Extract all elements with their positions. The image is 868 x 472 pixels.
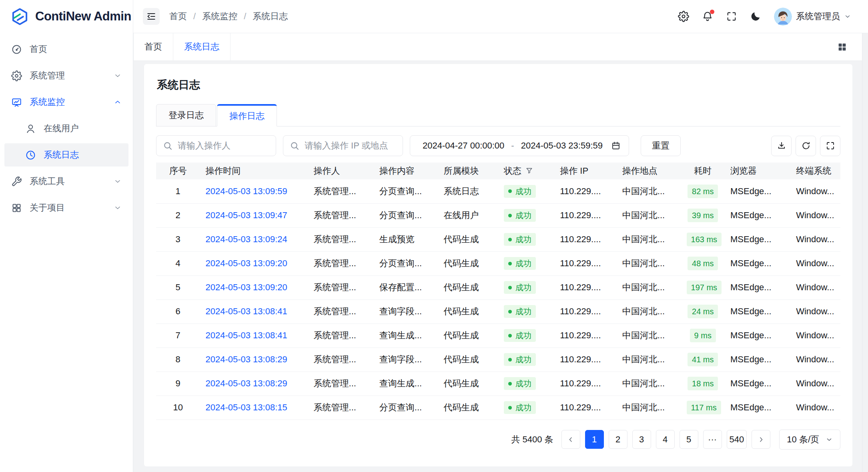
status-dot-icon (508, 214, 512, 217)
page-button-3[interactable]: 3 (632, 430, 651, 449)
table-toolbar-actions (771, 136, 840, 156)
refresh-button[interactable] (796, 136, 816, 156)
grid-icon (11, 203, 22, 213)
export-button[interactable] (771, 136, 792, 156)
dark-mode-icon[interactable] (750, 11, 761, 22)
cell-os: Window... (790, 323, 840, 347)
scrollbar[interactable] (862, 33, 868, 472)
next-page-button[interactable] (752, 430, 770, 449)
page-button-1[interactable]: 1 (585, 430, 604, 449)
cell-operator: 系统管理... (308, 227, 374, 251)
status-badge: 成功 (504, 209, 536, 222)
filter-icon[interactable] (525, 167, 533, 175)
cell-module: 系统日志 (438, 179, 498, 203)
cell-ip: 110.229.... (554, 396, 617, 420)
duration-badge: 24 ms (688, 305, 718, 318)
duration-badge: 39 ms (688, 209, 718, 222)
sidebar-item-label: 系统日志 (44, 149, 122, 161)
time-link[interactable]: 2024-05-03 13:09:24 (205, 234, 287, 244)
sidebar-item-system-monitor[interactable]: 系统监控 (4, 90, 128, 114)
cell-time: 2024-05-03 13:08:41 (200, 323, 308, 347)
status-dot-icon (508, 238, 512, 241)
sidebar-item-label: 系统监控 (30, 96, 114, 108)
cell-status: 成功 (498, 203, 554, 227)
sidebar-item-label: 在线用户 (44, 123, 122, 135)
column-header: 操作时间 (200, 163, 308, 179)
cell-content: 查询字段... (374, 299, 438, 323)
cell-os: Window... (790, 203, 840, 227)
cell-time: 2024-05-03 13:09:59 (200, 179, 308, 203)
content-area: 系统日志 登录日志 操作日志 (133, 61, 868, 472)
prev-page-button[interactable] (561, 430, 580, 449)
cell-duration: 163 ms (681, 227, 725, 251)
operator-search-input[interactable] (178, 141, 269, 151)
tab-login-logs[interactable]: 登录日志 (156, 104, 216, 127)
ip-search-input[interactable] (305, 141, 396, 151)
time-link[interactable]: 2024-05-03 13:09:20 (205, 258, 287, 268)
time-link[interactable]: 2024-05-03 13:09:59 (205, 186, 287, 196)
page-ellipsis-button[interactable]: ··· (703, 430, 722, 449)
cell-content: 分页查询... (374, 179, 438, 203)
time-link[interactable]: 2024-05-03 13:08:41 (205, 306, 287, 316)
cell-os: Window... (790, 299, 840, 323)
time-link[interactable]: 2024-05-03 13:08:41 (205, 330, 287, 340)
cell-duration: 24 ms (681, 299, 725, 323)
sidebar-item-online-users[interactable]: 在线用户 (4, 117, 128, 140)
cell-operator: 系统管理... (308, 323, 374, 347)
user-icon (25, 123, 36, 134)
page-button-540[interactable]: 540 (727, 430, 747, 449)
cell-content: 查询字段... (374, 347, 438, 372)
cell-duration: 41 ms (681, 347, 725, 372)
log-card: 系统日志 登录日志 操作日志 (144, 64, 852, 466)
status-dot-icon (508, 406, 512, 410)
sidebar-item-system-tools[interactable]: 系统工具 (4, 170, 128, 193)
page-tab-home[interactable]: 首页 (133, 33, 173, 60)
sidebar-item-system-logs[interactable]: 系统日志 (4, 143, 128, 167)
log-table: 序号操作时间操作人操作内容所属模块状态操作 IP操作地点耗时浏览器终端系统 12… (156, 163, 840, 420)
breadcrumb-item[interactable]: 首页 (169, 10, 187, 22)
cell-module: 代码生成 (438, 251, 498, 275)
expand-button[interactable] (820, 136, 840, 156)
page-size-select[interactable]: 10 条/页 (779, 430, 840, 450)
cell-index: 5 (156, 275, 200, 299)
time-link[interactable]: 2024-05-03 13:09:47 (205, 210, 287, 220)
ip-search-box (283, 135, 403, 156)
cell-status: 成功 (498, 372, 554, 396)
settings-icon[interactable] (678, 11, 689, 22)
time-link[interactable]: 2024-05-03 13:09:20 (205, 282, 287, 292)
page-button-4[interactable]: 4 (656, 430, 675, 449)
hexagon-logo-icon (10, 7, 29, 26)
cell-location: 中国河北... (617, 251, 681, 275)
reset-button[interactable]: 重置 (641, 135, 681, 156)
logo[interactable]: ContiNew Admin (0, 0, 133, 33)
notifications-icon[interactable] (702, 11, 713, 22)
duration-badge: 18 ms (688, 377, 718, 390)
page-button-5[interactable]: 5 (680, 430, 698, 449)
table-row: 92024-05-03 13:08:29系统管理...查询生成...代码生成成功… (156, 372, 840, 396)
date-range-picker[interactable]: 2024-04-27 00:00:00 - 2024-05-03 23:59:5… (410, 135, 629, 156)
time-link[interactable]: 2024-05-03 13:08:15 (205, 402, 287, 412)
cell-module: 代码生成 (438, 227, 498, 251)
time-link[interactable]: 2024-05-03 13:08:29 (205, 378, 287, 388)
tab-operation-logs[interactable]: 操作日志 (217, 104, 277, 127)
cell-status: 成功 (498, 179, 554, 203)
cell-operator: 系统管理... (308, 275, 374, 299)
sidebar-collapse-button[interactable] (143, 8, 160, 25)
sidebar-item-about-project[interactable]: 关于项目 (4, 196, 128, 219)
sidebar-item-system-mgmt[interactable]: 系统管理 (4, 64, 128, 87)
tab-layout-grid-icon[interactable] (837, 42, 847, 52)
sidebar-item-home[interactable]: 首页 (4, 38, 128, 61)
user-menu[interactable]: 系统管理员 (774, 8, 851, 26)
page-button-2[interactable]: 2 (609, 430, 627, 449)
breadcrumb-item[interactable]: 系统监控 (202, 10, 237, 22)
cell-os: Window... (790, 396, 840, 420)
app-title: ContiNew Admin (35, 9, 131, 24)
page-tab-system-logs[interactable]: 系统日志 (173, 33, 231, 60)
breadcrumb-item[interactable]: 系统日志 (253, 10, 288, 22)
cell-duration: 39 ms (681, 203, 725, 227)
fullscreen-icon[interactable] (726, 11, 737, 22)
cell-browser: MSEdge... (725, 251, 790, 275)
cell-os: Window... (790, 275, 840, 299)
wrench-icon (11, 176, 22, 187)
time-link[interactable]: 2024-05-03 13:08:29 (205, 354, 287, 364)
